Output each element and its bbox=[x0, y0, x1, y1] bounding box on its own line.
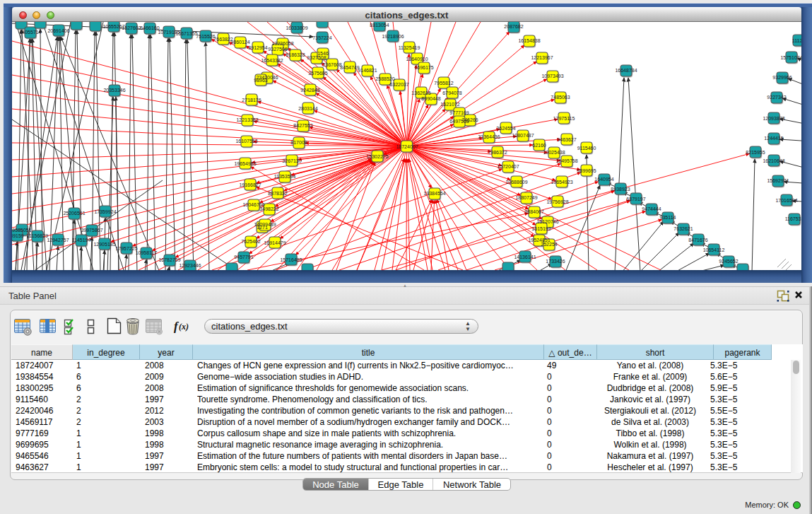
svg-text:11353594: 11353594 bbox=[274, 174, 296, 179]
svg-text:16154838: 16154838 bbox=[518, 38, 540, 43]
svg-text:1546: 1546 bbox=[317, 51, 329, 56]
svg-text:2718176: 2718176 bbox=[242, 98, 261, 103]
svg-text:18640910: 18640910 bbox=[406, 57, 428, 62]
svg-text:20691406: 20691406 bbox=[47, 28, 69, 33]
svg-text:8912954: 8912954 bbox=[248, 45, 267, 50]
svg-text:15716485: 15716485 bbox=[280, 257, 302, 262]
svg-text:1244415: 1244415 bbox=[764, 136, 783, 141]
svg-text:12213383: 12213383 bbox=[236, 117, 258, 122]
svg-text:9457791: 9457791 bbox=[234, 255, 253, 259]
svg-text:15302275: 15302275 bbox=[366, 154, 388, 159]
svg-text:3675685: 3675685 bbox=[308, 71, 327, 76]
svg-text:98963: 98963 bbox=[254, 78, 268, 83]
svg-text:7485063: 7485063 bbox=[551, 95, 570, 100]
svg-text:62160: 62160 bbox=[532, 143, 546, 148]
svg-text:14055714: 14055714 bbox=[19, 30, 41, 35]
svg-text:9777169: 9777169 bbox=[449, 110, 469, 115]
svg-text:9327506: 9327506 bbox=[268, 47, 287, 52]
svg-text:8454749: 8454749 bbox=[340, 65, 359, 70]
svg-text:15720407: 15720407 bbox=[497, 164, 519, 169]
svg-text:817008: 817008 bbox=[290, 140, 307, 145]
svg-text:16543382: 16543382 bbox=[261, 58, 283, 63]
svg-text:16107553: 16107553 bbox=[235, 139, 257, 144]
svg-text:6879197: 6879197 bbox=[626, 197, 645, 201]
svg-text:17957225: 17957225 bbox=[115, 246, 137, 251]
svg-text:11325419: 11325419 bbox=[399, 45, 420, 50]
svg-text:2588520: 2588520 bbox=[375, 76, 394, 81]
svg-text:9245652: 9245652 bbox=[719, 259, 738, 264]
svg-text:8186328: 8186328 bbox=[286, 52, 305, 57]
svg-text:9463627: 9463627 bbox=[557, 137, 576, 142]
svg-text:8878332: 8878332 bbox=[268, 191, 287, 196]
svg-text:8427552: 8427552 bbox=[293, 123, 312, 128]
svg-text:13226058: 13226058 bbox=[271, 41, 293, 46]
svg-text:10973493: 10973493 bbox=[541, 74, 563, 78]
svg-text:10688609: 10688609 bbox=[505, 180, 527, 185]
svg-text:16033809: 16033809 bbox=[286, 25, 307, 30]
svg-text:16495758: 16495758 bbox=[555, 158, 577, 163]
svg-text:39975867: 39975867 bbox=[81, 228, 102, 233]
svg-text:9884067: 9884067 bbox=[524, 209, 543, 214]
svg-text:2367608: 2367608 bbox=[322, 62, 341, 67]
svg-text:10654112: 10654112 bbox=[703, 247, 725, 252]
svg-text:12923446: 12923446 bbox=[179, 263, 201, 268]
svg-text:9327508: 9327508 bbox=[307, 55, 326, 60]
svg-text:9899695: 9899695 bbox=[577, 168, 596, 173]
svg-text:21364436: 21364436 bbox=[478, 134, 500, 139]
svg-text:12905185: 12905185 bbox=[93, 242, 115, 247]
svg-text:25206561: 25206561 bbox=[63, 211, 85, 216]
svg-text:1733426: 1733426 bbox=[546, 259, 565, 264]
svg-text:8215955: 8215955 bbox=[746, 150, 765, 155]
svg-text:16914479: 16914479 bbox=[264, 240, 286, 245]
svg-text:10025438: 10025438 bbox=[543, 150, 565, 155]
svg-text:12213967: 12213967 bbox=[531, 55, 553, 60]
svg-text:935114: 935114 bbox=[660, 215, 676, 220]
svg-text:16120746: 16120746 bbox=[536, 219, 558, 224]
svg-text:18724007: 18724007 bbox=[396, 144, 418, 149]
svg-text:19166827: 19166827 bbox=[239, 182, 261, 187]
svg-text:10807487: 10807487 bbox=[512, 133, 534, 138]
svg-text:8813054: 8813054 bbox=[370, 23, 389, 28]
svg-text:9474444: 9474444 bbox=[642, 206, 661, 211]
svg-text:1527602: 1527602 bbox=[122, 25, 141, 30]
svg-text:8471676: 8471676 bbox=[688, 238, 707, 243]
svg-text:19756928: 19756928 bbox=[546, 199, 568, 204]
svg-text:2803144: 2803144 bbox=[298, 106, 317, 111]
svg-text:6794078: 6794078 bbox=[442, 90, 461, 95]
svg-text:19218906: 19218906 bbox=[382, 34, 404, 39]
svg-text:7515526: 7515526 bbox=[196, 34, 215, 39]
svg-text:19654985: 19654985 bbox=[234, 161, 256, 166]
svg-text:1167531: 1167531 bbox=[785, 216, 801, 221]
svg-text:11123: 11123 bbox=[792, 38, 801, 43]
svg-text:12942757: 12942757 bbox=[47, 238, 69, 243]
svg-text:7625402: 7625402 bbox=[241, 239, 260, 244]
svg-text:9860124: 9860124 bbox=[230, 40, 249, 45]
svg-text:3498222: 3498222 bbox=[259, 206, 278, 211]
svg-text:14136141: 14136141 bbox=[514, 255, 536, 259]
svg-text:9115460: 9115460 bbox=[577, 146, 596, 151]
svg-text:15751074: 15751074 bbox=[780, 55, 801, 60]
svg-text:18807249: 18807249 bbox=[515, 195, 537, 200]
svg-text:11156829: 11156829 bbox=[27, 233, 48, 238]
svg-text:6466160: 6466160 bbox=[140, 25, 159, 30]
svg-text:6322037: 6322037 bbox=[389, 82, 408, 87]
svg-text:19654923: 19654923 bbox=[551, 180, 572, 185]
svg-text:17359924: 17359924 bbox=[94, 209, 116, 214]
svg-text:7986372: 7986372 bbox=[488, 150, 507, 155]
svg-text:8990448: 8990448 bbox=[421, 96, 440, 101]
svg-text:16671355: 16671355 bbox=[175, 31, 197, 36]
svg-text:14099489: 14099489 bbox=[254, 222, 276, 227]
svg-text:16648784: 16648784 bbox=[615, 68, 637, 73]
svg-text:9146821: 9146821 bbox=[358, 68, 377, 73]
svg-text:1696175: 1696175 bbox=[414, 65, 433, 70]
svg-text:10958117: 10958117 bbox=[136, 250, 158, 255]
svg-text:1145194: 1145194 bbox=[72, 238, 91, 243]
svg-text:9585051: 9585051 bbox=[12, 228, 31, 233]
svg-text:1640954: 1640954 bbox=[594, 177, 613, 182]
svg-text:(x): (x) bbox=[179, 322, 189, 332]
svg-text:17975115: 17975115 bbox=[553, 116, 575, 121]
svg-text:6497568: 6497568 bbox=[449, 119, 469, 124]
svg-text:9329966: 9329966 bbox=[772, 75, 792, 80]
svg-text:8938923: 8938923 bbox=[611, 187, 630, 192]
svg-text:16210643: 16210643 bbox=[763, 158, 784, 163]
